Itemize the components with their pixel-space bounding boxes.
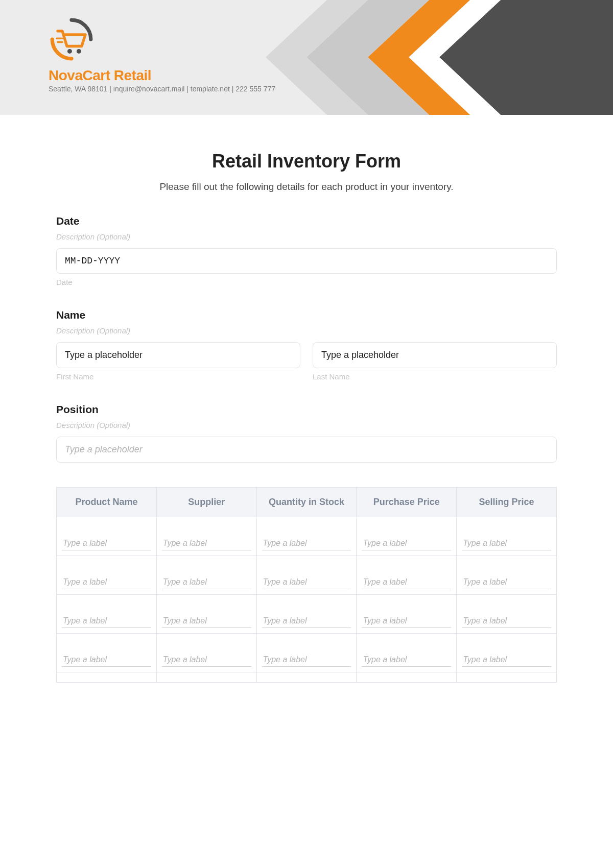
cell-input[interactable] <box>462 575 551 589</box>
table-cell <box>357 672 457 683</box>
table-cell <box>156 634 256 672</box>
table-cell <box>156 595 256 634</box>
table-cell <box>156 556 256 595</box>
table-cell <box>457 517 557 556</box>
table-cell <box>57 517 157 556</box>
table-cell <box>457 672 557 683</box>
form-subtitle: Please fill out the following details fo… <box>56 181 557 192</box>
cell-input[interactable] <box>462 537 551 550</box>
table-cell <box>256 556 357 595</box>
cell-input[interactable] <box>62 614 151 628</box>
cell-input[interactable] <box>462 614 551 628</box>
table-row <box>57 517 557 556</box>
position-section: Position Description (Optional) <box>56 403 557 463</box>
table-cell <box>457 634 557 672</box>
form-area: Retail Inventory Form Please fill out th… <box>0 115 613 703</box>
name-label: Name <box>56 309 557 321</box>
first-name-input[interactable] <box>56 342 300 368</box>
table-cell <box>457 595 557 634</box>
table-cell <box>357 634 457 672</box>
cell-input[interactable] <box>362 537 451 550</box>
table-cell <box>156 517 256 556</box>
cell-input[interactable] <box>462 653 551 667</box>
table-row <box>57 595 557 634</box>
table-cell <box>457 556 557 595</box>
svg-point-8 <box>77 49 81 54</box>
date-sublabel: Date <box>56 278 557 286</box>
cell-input[interactable] <box>162 575 251 589</box>
position-input[interactable] <box>56 437 557 463</box>
first-name-sublabel: First Name <box>56 372 300 381</box>
last-name-sublabel: Last Name <box>313 372 557 381</box>
cell-input[interactable] <box>62 575 151 589</box>
table-cell <box>57 672 157 683</box>
svg-point-7 <box>67 49 72 54</box>
table-cell <box>57 556 157 595</box>
cell-input[interactable] <box>162 537 251 550</box>
table-header-2: Quantity in Stock <box>256 488 357 517</box>
header-chevrons <box>266 0 613 115</box>
table-header-4: Selling Price <box>457 488 557 517</box>
table-header-0: Product Name <box>57 488 157 517</box>
date-description: Description (Optional) <box>56 232 557 241</box>
last-name-input[interactable] <box>313 342 557 368</box>
table-row <box>57 634 557 672</box>
logo-block: NovaCart Retail Seattle, WA 98101 | inqu… <box>49 16 275 93</box>
date-section: Date Description (Optional) Date <box>56 215 557 286</box>
name-section: Name Description (Optional) First Name L… <box>56 309 557 381</box>
cell-input[interactable] <box>362 575 451 589</box>
cell-input[interactable] <box>262 653 351 667</box>
cell-input[interactable] <box>162 653 251 667</box>
cell-input[interactable] <box>362 653 451 667</box>
cell-input[interactable] <box>262 537 351 550</box>
name-description: Description (Optional) <box>56 326 557 335</box>
form-title: Retail Inventory Form <box>56 151 557 172</box>
table-row <box>57 672 557 683</box>
cell-input[interactable] <box>362 614 451 628</box>
position-label: Position <box>56 403 557 416</box>
date-input[interactable] <box>56 248 557 274</box>
table-row <box>57 556 557 595</box>
cell-input[interactable] <box>262 614 351 628</box>
table-cell <box>256 595 357 634</box>
table-cell <box>256 672 357 683</box>
table-cell <box>57 634 157 672</box>
header-band: NovaCart Retail Seattle, WA 98101 | inqu… <box>0 0 613 115</box>
table-cell <box>357 556 457 595</box>
inventory-table: Product NameSupplierQuantity in StockPur… <box>56 487 557 683</box>
table-cell <box>357 517 457 556</box>
table-header-3: Purchase Price <box>357 488 457 517</box>
table-cell <box>256 517 357 556</box>
company-name: NovaCart Retail <box>49 67 275 84</box>
table-header-1: Supplier <box>156 488 256 517</box>
cell-input[interactable] <box>262 575 351 589</box>
table-cell <box>256 634 357 672</box>
table-cell <box>57 595 157 634</box>
cell-input[interactable] <box>62 653 151 667</box>
contact-line: Seattle, WA 98101 | inquire@novacart.mai… <box>49 85 275 93</box>
cart-logo-icon <box>49 16 95 62</box>
position-description: Description (Optional) <box>56 421 557 429</box>
table-cell <box>156 672 256 683</box>
cell-input[interactable] <box>62 537 151 550</box>
date-label: Date <box>56 215 557 227</box>
cell-input[interactable] <box>162 614 251 628</box>
table-cell <box>357 595 457 634</box>
